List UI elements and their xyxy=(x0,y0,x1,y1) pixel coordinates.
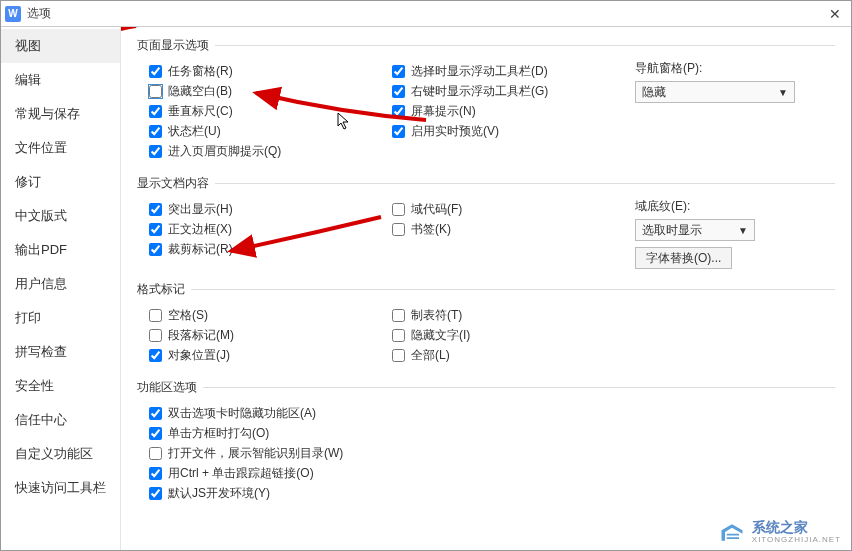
sidebar-item[interactable]: 安全性 xyxy=(1,369,120,403)
checkbox-label: 右键时显示浮动工具栏(G) xyxy=(411,83,548,100)
group-doc-content: 显示文档内容 突出显示(H)正文边框(X)裁剪标记(R) 域代码(F)书签(K)… xyxy=(137,175,835,271)
checkbox-option[interactable]: 右键时显示浮动工具栏(G) xyxy=(392,83,635,100)
nav-pane-value: 隐藏 xyxy=(642,84,666,101)
checkbox-option[interactable]: 对象位置(J) xyxy=(149,347,392,364)
checkbox-option[interactable]: 状态栏(U) xyxy=(149,123,392,140)
content-pane: 页面显示选项 任务窗格(R)隐藏空白(B)垂直标尺(C)状态栏(U)进入页眉页脚… xyxy=(121,27,851,550)
checkbox-option[interactable]: 垂直标尺(C) xyxy=(149,103,392,120)
checkbox-option[interactable]: 制表符(T) xyxy=(392,307,635,324)
checkbox-label: 选择时显示浮动工具栏(D) xyxy=(411,63,548,80)
checkbox-label: 全部(L) xyxy=(411,347,450,364)
sidebar-item[interactable]: 拼写检查 xyxy=(1,335,120,369)
nav-pane-select[interactable]: 隐藏 ▼ xyxy=(635,81,795,103)
group-ribbon-options: 功能区选项 双击选项卡时隐藏功能区(A)单击方框时打勾(O)打开文件，展示智能识… xyxy=(137,379,835,507)
checkbox-input[interactable] xyxy=(149,203,162,216)
checkbox-option[interactable]: 启用实时预览(V) xyxy=(392,123,635,140)
group-format-marks: 格式标记 空格(S)段落标记(M)对象位置(J) 制表符(T)隐藏文字(I)全部… xyxy=(137,281,835,369)
checkbox-label: 打开文件，展示智能识别目录(W) xyxy=(168,445,343,462)
checkbox-label: 对象位置(J) xyxy=(168,347,230,364)
watermark-icon xyxy=(718,521,746,543)
checkbox-input[interactable] xyxy=(149,85,162,98)
checkbox-input[interactable] xyxy=(149,145,162,158)
checkbox-input[interactable] xyxy=(149,309,162,322)
checkbox-label: 书签(K) xyxy=(411,221,451,238)
checkbox-input[interactable] xyxy=(149,329,162,342)
checkbox-option[interactable]: 默认JS开发环境(Y) xyxy=(149,485,835,502)
checkbox-input[interactable] xyxy=(149,407,162,420)
group-title: 功能区选项 xyxy=(137,379,203,396)
checkbox-option[interactable]: 正文边框(X) xyxy=(149,221,392,238)
checkbox-input[interactable] xyxy=(392,309,405,322)
app-icon: W xyxy=(5,6,21,22)
checkbox-input[interactable] xyxy=(149,243,162,256)
checkbox-option[interactable]: 进入页眉页脚提示(Q) xyxy=(149,143,392,160)
checkbox-option[interactable]: 屏幕提示(N) xyxy=(392,103,635,120)
window-title: 选项 xyxy=(27,5,51,22)
checkbox-label: 进入页眉页脚提示(Q) xyxy=(168,143,281,160)
checkbox-input[interactable] xyxy=(149,125,162,138)
checkbox-input[interactable] xyxy=(149,467,162,480)
sidebar-item[interactable]: 中文版式 xyxy=(1,199,120,233)
checkbox-option[interactable]: 段落标记(M) xyxy=(149,327,392,344)
checkbox-input[interactable] xyxy=(392,105,405,118)
checkbox-label: 任务窗格(R) xyxy=(168,63,233,80)
sidebar-item[interactable]: 常规与保存 xyxy=(1,97,120,131)
checkbox-input[interactable] xyxy=(392,125,405,138)
checkbox-option[interactable]: 单击方框时打勾(O) xyxy=(149,425,835,442)
checkbox-label: 单击方框时打勾(O) xyxy=(168,425,269,442)
checkbox-input[interactable] xyxy=(392,203,405,216)
sidebar: 视图编辑常规与保存文件位置修订中文版式输出PDF用户信息打印拼写检查安全性信任中… xyxy=(1,27,121,550)
checkbox-option[interactable]: 空格(S) xyxy=(149,307,392,324)
checkbox-input[interactable] xyxy=(149,65,162,78)
svg-rect-1 xyxy=(727,537,739,539)
checkbox-label: 用Ctrl + 单击跟踪超链接(O) xyxy=(168,465,314,482)
sidebar-item[interactable]: 输出PDF xyxy=(1,233,120,267)
sidebar-item[interactable]: 用户信息 xyxy=(1,267,120,301)
group-page-display: 页面显示选项 任务窗格(R)隐藏空白(B)垂直标尺(C)状态栏(U)进入页眉页脚… xyxy=(137,37,835,165)
checkbox-input[interactable] xyxy=(149,427,162,440)
sidebar-item[interactable]: 打印 xyxy=(1,301,120,335)
checkbox-option[interactable]: 隐藏空白(B) xyxy=(149,83,392,100)
sidebar-item[interactable]: 视图 xyxy=(1,29,120,63)
sidebar-item[interactable]: 编辑 xyxy=(1,63,120,97)
watermark-subtext: XITONGZHIJIA.NET xyxy=(752,535,841,544)
checkbox-label: 默认JS开发环境(Y) xyxy=(168,485,270,502)
checkbox-option[interactable]: 突出显示(H) xyxy=(149,201,392,218)
sidebar-item[interactable]: 自定义功能区 xyxy=(1,437,120,471)
sidebar-item[interactable]: 修订 xyxy=(1,165,120,199)
checkbox-input[interactable] xyxy=(149,487,162,500)
checkbox-input[interactable] xyxy=(392,85,405,98)
checkbox-input[interactable] xyxy=(392,65,405,78)
sidebar-item[interactable]: 信任中心 xyxy=(1,403,120,437)
field-shading-select[interactable]: 选取时显示 ▼ xyxy=(635,219,755,241)
checkbox-label: 制表符(T) xyxy=(411,307,462,324)
checkbox-option[interactable]: 选择时显示浮动工具栏(D) xyxy=(392,63,635,80)
close-icon[interactable]: ✕ xyxy=(823,2,847,26)
checkbox-option[interactable]: 打开文件，展示智能识别目录(W) xyxy=(149,445,835,462)
checkbox-input[interactable] xyxy=(392,223,405,236)
checkbox-label: 正文边框(X) xyxy=(168,221,232,238)
checkbox-option[interactable]: 书签(K) xyxy=(392,221,635,238)
checkbox-option[interactable]: 域代码(F) xyxy=(392,201,635,218)
font-substitution-button[interactable]: 字体替换(O)... xyxy=(635,247,732,269)
checkbox-option[interactable]: 隐藏文字(I) xyxy=(392,327,635,344)
checkbox-input[interactable] xyxy=(149,447,162,460)
checkbox-option[interactable]: 用Ctrl + 单击跟踪超链接(O) xyxy=(149,465,835,482)
checkbox-input[interactable] xyxy=(392,349,405,362)
checkbox-input[interactable] xyxy=(149,105,162,118)
checkbox-option[interactable]: 全部(L) xyxy=(392,347,635,364)
checkbox-input[interactable] xyxy=(149,223,162,236)
checkbox-option[interactable]: 双击选项卡时隐藏功能区(A) xyxy=(149,405,835,422)
watermark: 系统之家 XITONGZHIJIA.NET xyxy=(718,519,841,544)
title-bar: W 选项 ✕ xyxy=(1,1,851,27)
caret-down-icon: ▼ xyxy=(738,225,748,236)
caret-down-icon: ▼ xyxy=(778,87,788,98)
sidebar-item[interactable]: 快速访问工具栏 xyxy=(1,471,120,505)
checkbox-option[interactable]: 裁剪标记(R) xyxy=(149,241,392,258)
checkbox-label: 域代码(F) xyxy=(411,201,462,218)
checkbox-input[interactable] xyxy=(149,349,162,362)
sidebar-item[interactable]: 文件位置 xyxy=(1,131,120,165)
group-title: 格式标记 xyxy=(137,281,191,298)
checkbox-option[interactable]: 任务窗格(R) xyxy=(149,63,392,80)
checkbox-input[interactable] xyxy=(392,329,405,342)
